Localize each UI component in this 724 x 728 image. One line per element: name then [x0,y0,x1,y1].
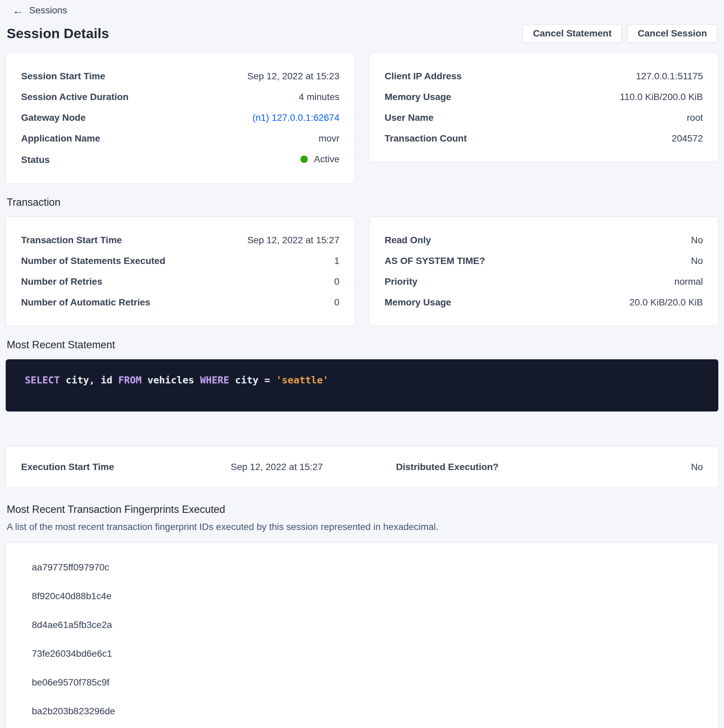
summary-value: normal [674,276,703,288]
summary-label: User Name [385,112,433,124]
statement-section-title: Most Recent Statement [7,339,718,351]
fingerprint-item: 8d4ae61a5fb3ce2a [6,610,718,639]
status-value: Active [314,154,339,165]
summary-row: Gateway Node (n1) 127.0.0.1:62674 [21,112,340,124]
summary-row: Priority normal [385,276,703,288]
summary-row: Number of Automatic Retries 0 [21,297,340,308]
summary-label: Application Name [21,133,100,144]
summary-value: Sep 12, 2022 at 15:23 [247,70,340,82]
summary-label: Read Only [385,234,431,246]
session-status: Active [300,154,339,165]
transaction-props-card: Read Only No AS OF SYSTEM TIME? No Prior… [369,217,719,326]
fingerprint-item: be06e9570f785c9f [6,668,718,697]
fingerprint-item: ba2b203b823296de [6,697,718,726]
transaction-section-title: Transaction [7,196,718,209]
summary-row: Memory Usage 20.0 KiB/20.0 KiB [385,297,703,308]
page-header: Session Details Cancel Statement Cancel … [7,24,717,43]
summary-label: Transaction Start Time [21,234,122,246]
summary-label: Session Start Time [21,70,106,82]
summary-row: Transaction Start Time Sep 12, 2022 at 1… [21,234,340,246]
summary-value: movr [318,133,339,144]
summary-value: 20.0 KiB/20.0 KiB [630,297,703,308]
summary-row: Memory Usage 110.0 KiB/200.0 KiB [385,91,703,103]
summary-value: Sep 12, 2022 at 15:27 [247,234,340,246]
summary-row: Client IP Address 127.0.0.1:51175 [385,70,703,82]
summary-label: Gateway Node [21,112,86,124]
summary-value: 110.0 KiB/200.0 KiB [620,91,703,103]
client-info-card: Client IP Address 127.0.0.1:51175 Memory… [369,53,719,162]
summary-row: User Name root [385,112,703,124]
summary-value: 4 minutes [299,91,339,103]
summary-label: Status [21,154,50,165]
sql-plain: vehicles [142,375,200,386]
sql-plain: city, id [60,375,118,386]
summary-label: AS OF SYSTEM TIME? [385,255,485,267]
sql-keyword: FROM [118,375,142,386]
summary-row: Read Only No [385,234,703,246]
fingerprint-item: aa79775ff097970c [6,553,718,582]
fingerprint-item: 73fe26034bd6e6c1 [6,639,718,668]
distributed-execution-value: No [533,461,703,473]
summary-label: Client IP Address [385,70,462,82]
transaction-summary-row: Transaction Start Time Sep 12, 2022 at 1… [6,217,718,326]
summary-row: Transaction Count 204572 [385,133,703,144]
summary-row: Status Active [21,154,340,165]
summary-value: No [691,234,703,246]
execution-summary-card: Execution Start Time Sep 12, 2022 at 15:… [6,446,718,488]
sql-statement-text: SELECT city, id FROM vehicles WHERE city… [25,374,699,386]
session-info-card: Session Start Time Sep 12, 2022 at 15:23… [6,53,355,184]
summary-label: Number of Automatic Retries [21,297,150,308]
cancel-statement-button[interactable]: Cancel Statement [523,24,622,43]
summary-value: 204572 [672,133,703,144]
summary-label: Memory Usage [385,297,452,308]
back-arrow-icon: ← [12,5,24,16]
summary-value: 0 [334,297,340,308]
fingerprint-item: 8f920c40d88b1c4e [6,582,718,610]
summary-value: 0 [334,276,340,288]
fingerprints-section-title: Most Recent Transaction Fingerprints Exe… [7,503,718,516]
fingerprints-description: A list of the most recent transaction fi… [7,521,718,532]
sql-string-literal: 'seattle' [276,375,329,386]
transaction-stats-card: Transaction Start Time Sep 12, 2022 at 1… [6,217,355,326]
summary-row: Session Start Time Sep 12, 2022 at 15:23 [21,70,340,82]
summary-label: Number of Statements Executed [21,255,165,267]
summary-value: root [687,112,703,124]
status-active-dot-icon [300,156,308,163]
sql-statement-box: SELECT city, id FROM vehicles WHERE city… [6,359,718,411]
back-link-label: Sessions [29,5,67,16]
execution-start-time-label: Execution Start Time [21,461,192,473]
summary-label: Number of Retries [21,276,103,288]
summary-label: Priority [385,276,418,288]
page-title: Session Details [7,26,109,41]
header-actions: Cancel Statement Cancel Session [523,24,717,43]
sql-keyword: SELECT [25,375,60,386]
summary-row: Session Active Duration 4 minutes [21,91,340,103]
summary-value: 1 [334,255,340,267]
session-summary-row: Session Start Time Sep 12, 2022 at 15:23… [6,53,718,184]
execution-start-time-value: Sep 12, 2022 at 15:27 [192,461,362,473]
summary-row: AS OF SYSTEM TIME? No [385,255,703,267]
sql-keyword: WHERE [200,375,229,386]
summary-row: Number of Statements Executed 1 [21,255,340,267]
session-details-page: ← Sessions Session Details Cancel Statem… [0,0,724,728]
gateway-node-link[interactable]: (n1) 127.0.0.1:62674 [253,112,340,124]
fingerprints-card: aa79775ff097970c 8f920c40d88b1c4e 8d4ae6… [6,543,718,728]
summary-label: Transaction Count [385,133,467,144]
distributed-execution-label: Distributed Execution? [362,461,533,473]
cancel-session-button[interactable]: Cancel Session [627,24,717,43]
summary-row: Number of Retries 0 [21,276,340,288]
summary-row: Application Name movr [21,133,340,144]
summary-label: Session Active Duration [21,91,129,103]
summary-value: No [691,255,703,267]
summary-value: 127.0.0.1:51175 [636,70,703,82]
sql-plain: city = [229,375,276,386]
back-to-sessions-link[interactable]: ← Sessions [12,5,67,16]
summary-label: Memory Usage [385,91,452,103]
